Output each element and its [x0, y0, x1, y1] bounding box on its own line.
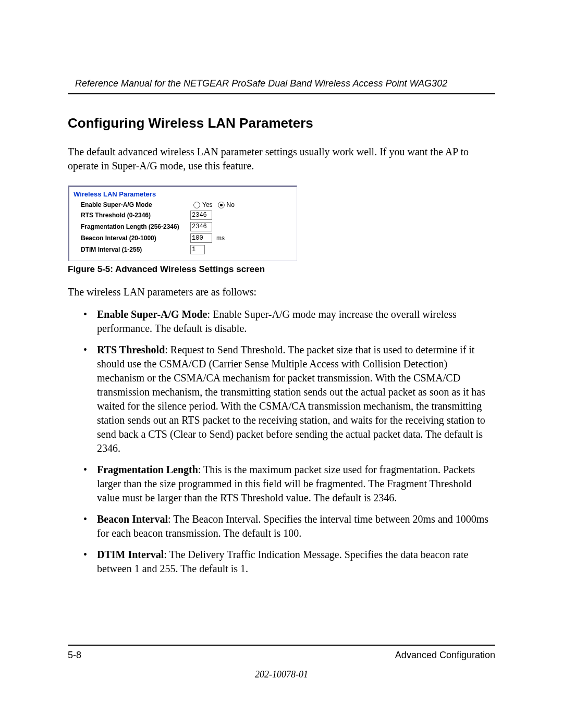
list-item: DTIM Interval: The Delivery Traffic Indi… — [83, 548, 495, 576]
list-item: Beacon Interval: The Beacon Interval. Sp… — [83, 512, 495, 540]
list-item: Fragmentation Length: This is the maximu… — [83, 463, 495, 505]
unit-beacon: ms — [216, 235, 225, 242]
term-beacon: Beacon Interval — [97, 513, 168, 525]
row-beacon: Beacon Interval (20-1000) ms — [81, 233, 291, 243]
parameter-list: Enable Super-A/G Mode: Enable Super-A/G … — [68, 307, 495, 576]
radio-no[interactable] — [218, 202, 225, 208]
term-frag: Fragmentation Length — [97, 464, 198, 475]
input-dtim[interactable] — [190, 245, 205, 254]
label-beacon: Beacon Interval (20-1000) — [81, 235, 190, 242]
running-header: Reference Manual for the NETGEAR ProSafe… — [68, 78, 495, 94]
radio-yes[interactable] — [193, 202, 200, 208]
label-rts: RTS Threshold (0-2346) — [81, 212, 190, 219]
row-super-ag: Enable Super-A/G Mode Yes No — [81, 201, 291, 208]
label-frag: Fragmentation Length (256-2346) — [81, 223, 190, 230]
figure-caption: Figure 5-5: Advanced Wireless Settings s… — [68, 264, 495, 275]
radio-group-super-ag: Yes No — [190, 201, 235, 208]
list-intro: The wireless LAN parameters are as follo… — [68, 286, 495, 298]
page-footer: 5-8 Advanced Configuration 202-10078-01 — [68, 645, 495, 680]
label-super-ag: Enable Super-A/G Mode — [81, 201, 190, 208]
input-beacon[interactable] — [190, 233, 212, 243]
row-dtim: DTIM Interval (1-255) — [81, 245, 291, 254]
term-dtim: DTIM Interval — [97, 549, 164, 560]
list-item: Enable Super-A/G Mode: Enable Super-A/G … — [83, 307, 495, 336]
doc-number: 202-10078-01 — [68, 669, 495, 680]
chapter-name: Advanced Configuration — [395, 650, 495, 661]
row-frag: Fragmentation Length (256-2346) — [81, 222, 291, 231]
page-number: 5-8 — [68, 650, 81, 661]
row-rts: RTS Threshold (0-2346) — [81, 211, 291, 220]
wireless-lan-panel: Wireless LAN Parameters Enable Super-A/G… — [68, 186, 297, 261]
radio-yes-label: Yes — [202, 201, 213, 208]
section-title: Configuring Wireless LAN Parameters — [68, 115, 495, 131]
section-intro: The default advanced wireless LAN parame… — [68, 145, 495, 173]
panel-title: Wireless LAN Parameters — [74, 190, 291, 198]
page: Reference Manual for the NETGEAR ProSafe… — [0, 0, 563, 728]
input-rts[interactable] — [190, 211, 212, 220]
term-rts: RTS Threshold — [97, 344, 165, 355]
input-frag[interactable] — [190, 222, 212, 231]
list-item: RTS Threshold: Request to Send Threshold… — [83, 343, 495, 455]
label-dtim: DTIM Interval (1-255) — [81, 246, 190, 253]
radio-no-label: No — [227, 201, 235, 208]
term-super-ag: Enable Super-A/G Mode — [97, 309, 207, 320]
text-rts: : Request to Send Threshold. The packet … — [97, 344, 485, 454]
